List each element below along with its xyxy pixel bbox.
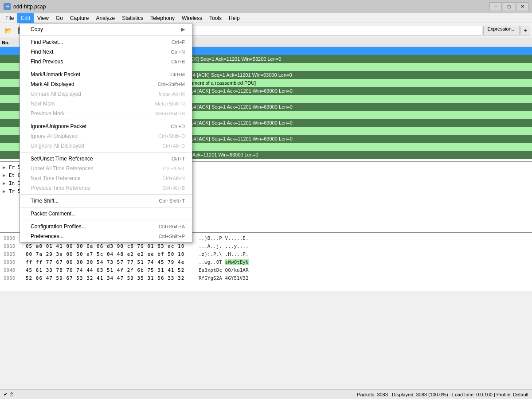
menu-item-find-packet[interactable]: Find Packet... Ctrl+F (20, 37, 192, 47)
menu-item-ignore-all[interactable]: Ignore All Displayed Ctrl+Shift+D (20, 131, 192, 141)
submenu-arrow-icon: ▶ (181, 26, 185, 32)
hex-bytes: 52 66 47 59 67 53 32 41 34 47 59 35 31 5… (26, 275, 194, 281)
menu-wireless[interactable]: Wireless (178, 13, 206, 23)
detail-arrow: ▶ (3, 180, 9, 186)
menu-telephony[interactable]: Telephony (147, 13, 178, 23)
menu-go[interactable]: Go (52, 13, 66, 23)
hex-bytes: 45 61 33 78 70 74 44 63 51 4f 2f 6b 75 3… (26, 267, 194, 273)
window-controls: ─ □ ✕ (489, 2, 528, 11)
menu-separator-4 (20, 152, 192, 153)
menu-item-mark-packet-label: Mark/Unmark Packet (31, 71, 80, 78)
close-button[interactable]: ✕ (516, 2, 528, 11)
menu-item-ignore-packet-label: Ignore/Unignore Packet (31, 123, 86, 129)
hex-row: 0030 ff ff 77 67 00 00 30 54 73 57 77 51… (4, 258, 528, 266)
menu-item-time-shift[interactable]: Time Shift... Ctrl+Shift+T (20, 196, 192, 206)
window-title: odd-http.pcap (13, 4, 46, 10)
menu-item-unmark-all[interactable]: Unmark All Displayed Meta+Alt+M (20, 89, 192, 99)
menu-view[interactable]: View (34, 13, 52, 23)
menu-item-prev-time-ref-shortcut: Ctrl+Alt+B (163, 185, 185, 191)
menu-item-mark-packet[interactable]: Mark/Unmark Packet Ctrl+M (20, 70, 192, 79)
menu-item-mark-all-label: Mark All Displayed (31, 81, 74, 87)
hex-ascii: ...A..j. ...y.... (199, 243, 249, 249)
hex-offset: 0010 (4, 243, 21, 249)
menu-item-config-profiles[interactable]: Configuration Profiles... Ctrl+Shift+A (20, 222, 192, 231)
menu-item-prev-time-ref[interactable]: Previous Time Reference Ctrl+Alt+B (20, 183, 192, 193)
menu-item-ignore-packet[interactable]: Ignore/Unignore Packet Ctrl+D (20, 121, 192, 131)
menu-item-find-packet-shortcut: Ctrl+F (172, 39, 185, 45)
title-bar: 🦈 odd-http.pcap ─ □ ✕ (0, 0, 532, 13)
filter-input[interactable] (168, 26, 483, 35)
menu-item-unset-all-time-ref[interactable]: Unset All Time References Ctrl+Alt+T (20, 164, 192, 173)
hex-offset: 0020 (4, 251, 21, 257)
menu-item-config-profiles-shortcut: Ctrl+Shift+A (159, 224, 185, 229)
detail-arrow: ▶ (3, 188, 9, 194)
menu-item-mark-all-shortcut: Ctrl+Shift+M (158, 82, 185, 87)
menu-item-mark-packet-shortcut: Ctrl+M (170, 72, 185, 77)
expression-button[interactable]: Expression... (483, 26, 520, 35)
menu-item-time-shift-shortcut: Ctrl+Shift+T (159, 198, 185, 203)
menu-help[interactable]: Help (225, 13, 243, 23)
menu-item-set-time-ref[interactable]: Set/Unset Time Reference Ctrl+T (20, 154, 192, 164)
hex-ascii: .z):.P.\ .H....P. (199, 251, 249, 257)
menu-item-next-mark-shortcut: Meta+Shift+N (155, 101, 185, 106)
hex-offset: 0040 (4, 267, 21, 273)
status-icon-clock: ⏱ (9, 392, 14, 397)
menu-item-next-mark[interactable]: Next Mark Meta+Shift+N (20, 99, 192, 109)
hex-row: 0040 45 61 33 78 70 74 44 63 51 4f 2f 6b… (4, 266, 528, 274)
menu-item-config-profiles-label: Configuration Profiles... (31, 223, 86, 230)
menu-separator-6 (20, 207, 192, 207)
hex-bytes: ff ff 77 67 00 00 30 54 73 57 77 51 74 4… (26, 259, 194, 265)
menu-item-prev-time-ref-label: Previous Time Reference (31, 185, 90, 191)
menu-separator-5 (20, 194, 192, 195)
status-icons: ✔ ⏱ (4, 391, 14, 397)
menu-item-unignore-all-label: Unignore All Displayed (31, 143, 84, 149)
hex-offset: 0000 (4, 235, 21, 241)
menu-item-copy[interactable]: Copy ▶ (20, 24, 192, 34)
menu-item-mark-all[interactable]: Mark All Displayed Ctrl+Shift+M (20, 79, 192, 89)
menu-item-set-time-ref-shortcut: Ctrl+T (172, 156, 185, 161)
menu-item-unignore-all[interactable]: Unignore All Displayed Ctrl+Alt+D (20, 141, 192, 151)
menu-item-time-shift-label: Time Shift... (31, 198, 59, 204)
menu-capture[interactable]: Capture (66, 13, 93, 23)
status-text: Packets: 3083 · Displayed: 3083 (100.0%)… (357, 392, 528, 397)
menu-tools[interactable]: Tools (206, 13, 225, 23)
menu-file[interactable]: File (2, 13, 17, 23)
menu-item-packet-comment[interactable]: Packet Comment... (20, 209, 192, 219)
menu-item-packet-comment-label: Packet Comment... (31, 211, 76, 217)
menu-item-preferences-shortcut: Ctrl+Shift+P (159, 234, 185, 239)
menu-item-unmark-all-shortcut: Meta+Alt+M (159, 91, 185, 97)
menu-item-find-packet-label: Find Packet... (31, 39, 63, 45)
menu-item-prev-mark-label: Previous Mark (31, 110, 65, 117)
menu-item-preferences-label: Preferences... (31, 233, 64, 239)
menu-item-unmark-all-label: Unmark All Displayed (31, 91, 81, 97)
status-icon-ready: ✔ (4, 391, 8, 397)
menu-statistics[interactable]: Statistics (118, 13, 147, 23)
menu-item-unignore-all-shortcut: Ctrl+Alt+D (162, 143, 185, 149)
menu-item-find-previous[interactable]: Find Previous Ctrl+B (20, 57, 192, 66)
hex-ascii: RfGYgS2A 4GY51V32 (199, 275, 249, 281)
menu-separator-2 (20, 68, 192, 68)
menu-item-prev-mark[interactable]: Previous Mark Meta+Shift+B (20, 109, 192, 118)
menu-item-next-mark-label: Next Mark (31, 101, 55, 107)
hex-bytes: 00 7a 29 3a 00 50 a7 5c 04 48 e2 e2 ee b… (26, 251, 194, 257)
hex-row: 0010 05 a0 01 41 00 00 6a 06 d3 90 c8 79… (4, 242, 528, 250)
menu-item-find-previous-shortcut: Ctrl+B (171, 59, 185, 64)
toolbar-open[interactable]: 📂 (2, 25, 14, 36)
status-bar: ✔ ⏱ Packets: 3083 · Displayed: 3083 (100… (0, 389, 532, 399)
menu-item-find-next-shortcut: Ctrl+N (171, 49, 185, 55)
add-filter-btn[interactable]: + (520, 26, 530, 35)
menu-item-ignore-all-shortcut: Ctrl+Shift+D (158, 133, 185, 139)
menu-item-copy-label: Copy (31, 26, 43, 32)
menu-item-preferences[interactable]: Preferences... Ctrl+Shift+P (20, 231, 192, 241)
menu-item-find-next-label: Find Next (31, 49, 53, 55)
menu-item-next-time-ref[interactable]: Next Time Reference Ctrl+Alt+N (20, 173, 192, 183)
maximize-button[interactable]: □ (503, 2, 515, 11)
menu-item-find-next[interactable]: Find Next Ctrl+N (20, 47, 192, 57)
minimize-button[interactable]: ─ (489, 2, 502, 11)
menu-edit[interactable]: Edit (17, 13, 34, 23)
menu-analyze[interactable]: Analyze (93, 13, 119, 23)
menu-item-prev-mark-shortcut: Meta+Shift+B (155, 111, 185, 116)
detail-arrow: ▶ (3, 172, 9, 178)
menu-item-unset-all-time-ref-label: Unset All Time References (31, 165, 93, 172)
header-no: No. (0, 40, 22, 45)
